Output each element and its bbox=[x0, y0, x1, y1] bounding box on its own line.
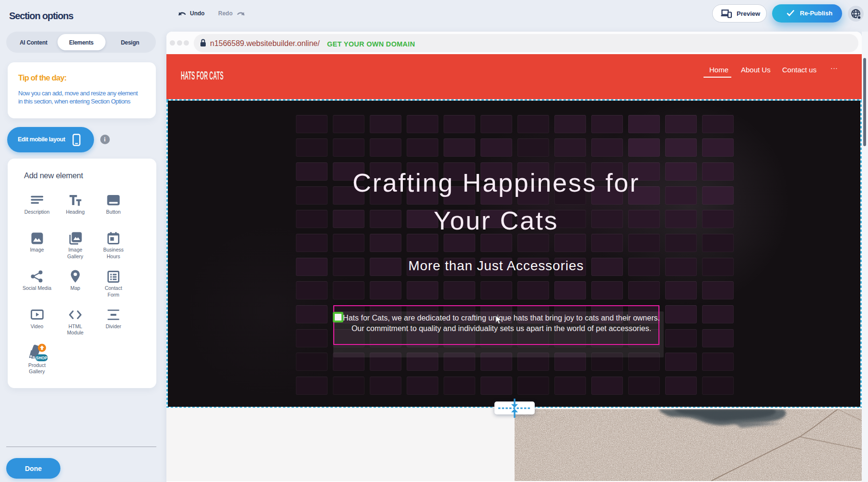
svg-text:SHOP: SHOP bbox=[36, 356, 47, 360]
